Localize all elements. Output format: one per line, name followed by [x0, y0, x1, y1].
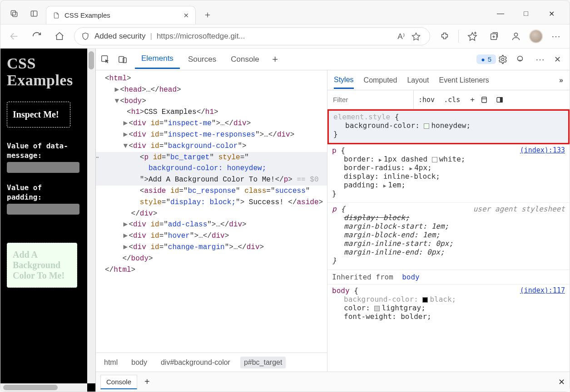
crumb-div[interactable]: div#background-color: [157, 357, 234, 368]
extensions-icon[interactable]: [436, 28, 453, 44]
main: CSS Examples Inspect Me! Value of data-m…: [0, 49, 570, 392]
inherited-body-link[interactable]: body: [402, 273, 420, 281]
drawer-tab-console[interactable]: Console: [100, 375, 137, 389]
rule-p-ua[interactable]: user agent stylesheet p { display: block…: [327, 203, 570, 270]
close-window-button[interactable]: ✕: [546, 10, 557, 18]
maximize-button[interactable]: □: [520, 10, 531, 18]
page-scrollbar-horizontal[interactable]: [0, 383, 87, 392]
svg-point-16: [514, 33, 517, 36]
ua-label: user agent stylesheet: [473, 205, 565, 213]
read-aloud-icon[interactable]: A⁾: [395, 32, 407, 41]
new-rule-icon[interactable]: +: [465, 95, 480, 104]
value-input-1[interactable]: [7, 162, 79, 173]
rule-body[interactable]: (index):117 body { background-color: bla…: [327, 284, 570, 325]
vertical-tabs-icon[interactable]: [26, 5, 42, 22]
styles-body[interactable]: element.style { background-color: honeyd…: [327, 109, 570, 372]
issues-badge[interactable]: 5: [476, 54, 496, 64]
tab-console[interactable]: Console: [224, 50, 265, 69]
security-label: Added security: [94, 32, 145, 41]
inherited-from-row: Inherited from body: [327, 270, 570, 284]
crumb-html[interactable]: html: [100, 357, 121, 368]
hov-toggle[interactable]: :hov: [414, 96, 439, 104]
browser-window: CSS Examples ✕ — □ ✕ Added security |: [0, 0, 570, 392]
favorite-icon[interactable]: [411, 32, 423, 41]
back-button[interactable]: [6, 28, 22, 44]
svg-rect-0: [11, 10, 15, 15]
crumb-body[interactable]: body: [128, 357, 151, 368]
tab-event-listeners[interactable]: Event Listeners: [439, 76, 489, 84]
computed-toggle-icon[interactable]: [480, 96, 496, 104]
value-label-2: Value of padding:: [7, 183, 89, 202]
styles-filter-input[interactable]: [327, 90, 414, 109]
rule-element-style[interactable]: element.style { background-color: honeyd…: [327, 109, 570, 144]
page-viewport[interactable]: CSS Examples Inspect Me! Value of data-m…: [0, 49, 95, 392]
home-button[interactable]: [51, 28, 68, 44]
separator: [458, 30, 459, 43]
tab-close-icon[interactable]: ✕: [183, 12, 189, 19]
svg-rect-25: [501, 97, 503, 102]
dom-tree[interactable]: <html> ▶<head>…</head> ▼<body> <h1>CSS E…: [96, 70, 327, 353]
svg-point-20: [501, 58, 504, 61]
tab-title: CSS Examples: [64, 11, 179, 19]
feedback-icon[interactable]: [515, 54, 530, 64]
tab-computed[interactable]: Computed: [364, 76, 397, 84]
tab-actions-icon[interactable]: [6, 5, 22, 22]
more-tabs-button[interactable]: +: [268, 54, 283, 65]
breadcrumb: html body div#background-color p#bc_targ…: [96, 353, 327, 372]
dom-panel: <html> ▶<head>…</head> ▼<body> <h1>CSS E…: [96, 70, 327, 372]
devtools-body: <html> ▶<head>…</head> ▼<body> <h1>CSS E…: [96, 70, 570, 372]
bgcolor-target-box[interactable]: Add A Background Color To Me!: [7, 243, 77, 288]
shield-icon: [81, 32, 90, 41]
tab-strip: CSS Examples ✕ — □ ✕: [0, 0, 570, 24]
browser-tab[interactable]: CSS Examples ✕: [46, 6, 196, 24]
refresh-button[interactable]: [29, 28, 45, 44]
svg-marker-7: [412, 33, 420, 40]
page-heading: CSS Examples: [7, 55, 89, 89]
devtools: Elements Sources Console + 5 ⋯ ✕ <html>: [96, 49, 570, 392]
styles-panel: Styles Computed Layout Event Listeners »…: [327, 70, 570, 372]
svg-rect-2: [31, 11, 37, 16]
collections-icon[interactable]: [486, 28, 502, 44]
more-icon[interactable]: ⋯: [532, 54, 548, 65]
more-icon[interactable]: ⋯: [548, 28, 564, 44]
tab-styles[interactable]: Styles: [334, 76, 354, 89]
devtools-tabs: Elements Sources Console + 5 ⋯ ✕: [96, 49, 570, 70]
more-tabs-icon[interactable]: »: [559, 76, 563, 84]
inspect-me-box[interactable]: Inspect Me!: [7, 102, 70, 127]
rendered-page: CSS Examples Inspect Me! Value of data-m…: [0, 49, 96, 392]
separator: |: [150, 32, 152, 41]
value-label-1: Value of data-message:: [7, 141, 89, 160]
tab-elements[interactable]: Elements: [135, 49, 180, 69]
drawer-add-tab[interactable]: +: [141, 377, 154, 387]
styles-toolbar: :hov .cls +: [327, 90, 570, 109]
tab-layout[interactable]: Layout: [407, 76, 429, 84]
url-text: https://microsoftedge.git...: [157, 32, 391, 41]
svg-rect-1: [13, 12, 17, 17]
new-tab-button[interactable]: [199, 7, 216, 23]
cls-toggle[interactable]: .cls: [439, 96, 465, 104]
avatar[interactable]: [530, 30, 542, 43]
page-scrollbar-vertical[interactable]: [87, 49, 95, 383]
tab-sources[interactable]: Sources: [182, 50, 223, 69]
toggle-sidebar-icon[interactable]: [496, 96, 511, 104]
source-link[interactable]: (index):133: [520, 146, 565, 154]
rule-p[interactable]: (index):133 p { border: ▶1px dashed whit…: [327, 144, 570, 203]
drawer-close-icon[interactable]: ✕: [558, 377, 565, 387]
window-controls: — □ ✕: [495, 10, 566, 18]
minimize-button[interactable]: —: [495, 10, 506, 18]
inspect-element-icon[interactable]: [100, 54, 116, 64]
toolbar: Added security | https://microsoftedge.g…: [0, 24, 570, 49]
settings-gear-icon[interactable]: [498, 54, 513, 64]
profile2-icon[interactable]: [508, 28, 524, 44]
close-devtools-icon[interactable]: ✕: [550, 54, 565, 64]
favorites-icon[interactable]: [464, 28, 481, 44]
address-bar[interactable]: Added security | https://microsoftedge.g…: [74, 27, 430, 45]
svg-rect-22: [482, 97, 487, 103]
value-input-2[interactable]: [7, 204, 79, 215]
console-drawer: Console + ✕: [96, 372, 570, 392]
source-link[interactable]: (index):117: [520, 286, 565, 294]
crumb-p[interactable]: p#bc_target: [240, 357, 286, 368]
device-toolbar-icon[interactable]: [118, 54, 133, 64]
page-icon: [53, 12, 60, 19]
selected-dom-node[interactable]: ⋯ <p id="bc_target" style=" background-c…: [96, 152, 327, 186]
